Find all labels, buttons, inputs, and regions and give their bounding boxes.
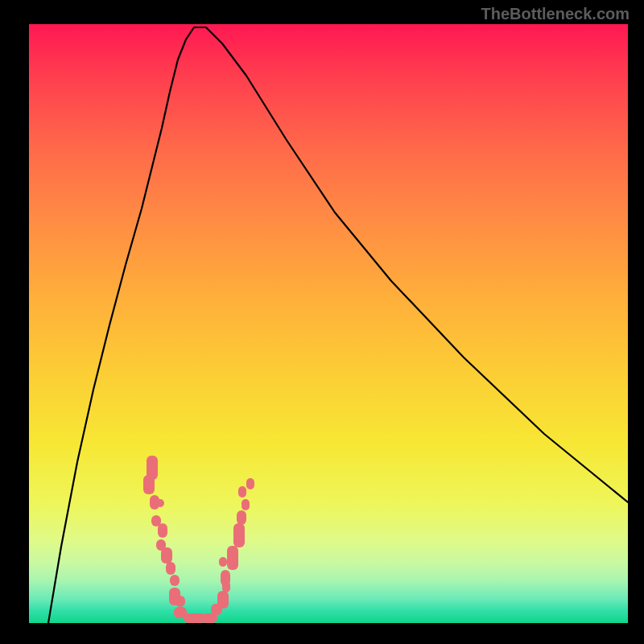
scatter-dot	[143, 475, 155, 494]
scatter-dot	[227, 546, 238, 570]
scatter-dot	[166, 562, 175, 575]
scatter-dot	[246, 478, 254, 489]
scatter-dot	[219, 557, 227, 567]
scatter-dot	[221, 570, 230, 586]
scatter-dot	[175, 596, 185, 607]
scatter-dot	[237, 510, 246, 525]
scatter-dot	[233, 523, 245, 547]
scatter-dot	[161, 547, 172, 564]
scatter-dot	[242, 499, 250, 510]
watermark-text: TheBottleneck.com	[481, 5, 630, 23]
bottleneck-curve	[29, 24, 628, 623]
scatter-dot	[217, 591, 229, 609]
scatter-dot	[238, 486, 246, 497]
scatter-dot	[158, 523, 167, 538]
scatter-dot	[170, 575, 180, 586]
scatter-dot	[156, 499, 164, 507]
